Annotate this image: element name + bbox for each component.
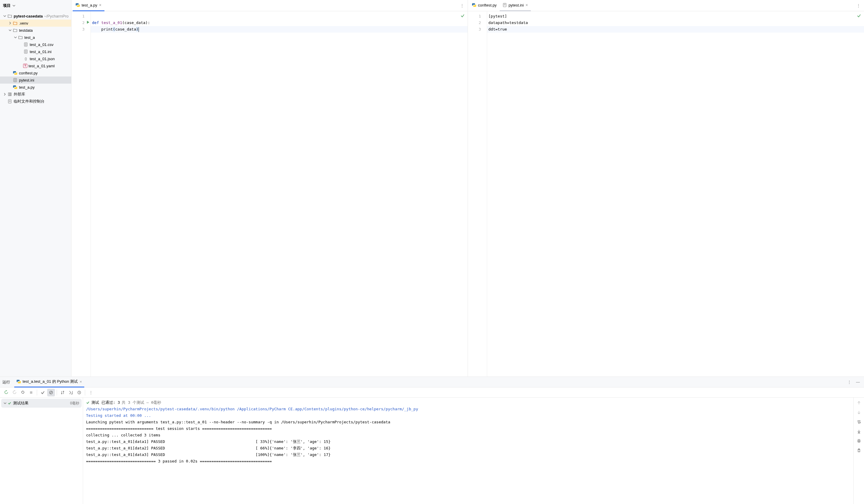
line-number: 2 bbox=[479, 21, 481, 25]
tree-item-json[interactable]: {} test_a_01.json bbox=[0, 55, 71, 62]
tab-pytest-ini[interactable]: pytest.ini × bbox=[500, 0, 531, 11]
builtin-print: print bbox=[101, 27, 113, 32]
tree-label: conftest.py bbox=[19, 71, 38, 75]
folder-icon bbox=[12, 28, 18, 32]
code-content[interactable]: def test_a_01(case_data): print(case_dat… bbox=[91, 11, 468, 377]
line-number: 1 bbox=[82, 14, 85, 19]
file-yaml-icon: Y bbox=[23, 64, 27, 68]
tree-label: .venv bbox=[19, 21, 28, 25]
rerun-icon[interactable] bbox=[2, 389, 10, 396]
tree-item-conftest[interactable]: conftest.py bbox=[0, 69, 71, 76]
python-file-icon bbox=[12, 85, 18, 89]
file-text-icon bbox=[503, 3, 507, 7]
python-file-icon bbox=[76, 3, 80, 7]
close-icon[interactable]: × bbox=[80, 380, 82, 384]
run-gutter-icon[interactable] bbox=[86, 21, 90, 24]
chevron-down-icon bbox=[2, 14, 7, 17]
arrow-up-icon[interactable] bbox=[855, 399, 863, 406]
svg-rect-13 bbox=[10, 93, 10, 96]
close-icon[interactable]: × bbox=[526, 3, 528, 8]
sidebar-header[interactable]: 项目 bbox=[0, 0, 71, 11]
project-tree[interactable]: pytest-casedata ~/PycharmPro .venv testd… bbox=[0, 11, 71, 377]
console-gutter bbox=[853, 397, 864, 504]
fn-name: test_a_01 bbox=[101, 21, 122, 25]
paren-close: ) bbox=[136, 27, 139, 32]
folder-excluded-icon bbox=[12, 21, 18, 25]
ini-line: [pytest] bbox=[488, 14, 507, 19]
svg-rect-12 bbox=[8, 93, 9, 96]
svg-rect-21 bbox=[30, 391, 32, 394]
expand-all-icon[interactable] bbox=[67, 389, 75, 396]
stop-icon[interactable] bbox=[27, 389, 35, 396]
soft-wrap-icon[interactable] bbox=[855, 418, 863, 426]
folder-icon bbox=[7, 14, 12, 18]
tree-item-test-a-folder[interactable]: test_a bbox=[0, 34, 71, 41]
tab-conftest-py[interactable]: conftest.py bbox=[469, 0, 500, 11]
run-tab[interactable]: test_a.test_a_01 的 Python 测试 × bbox=[14, 377, 84, 388]
tree-item-scratches[interactable]: 临时文件和控制台 bbox=[0, 98, 71, 105]
minimize-icon[interactable]: — bbox=[854, 380, 862, 384]
run-panel: 运行 test_a.test_a_01 的 Python 测试 × ⋮ — ⋮ bbox=[0, 377, 864, 504]
scratch-icon bbox=[7, 99, 12, 103]
editor-tabs-right: conftest.py pytest.ini × ⋮ bbox=[468, 0, 864, 11]
tree-label: pytest.ini bbox=[19, 78, 34, 83]
test-results-header[interactable]: 测试结果 0毫秒 bbox=[1, 399, 82, 408]
results-label: 测试结果 bbox=[13, 401, 28, 406]
close-icon[interactable]: × bbox=[99, 3, 101, 8]
python-test-icon bbox=[16, 380, 21, 384]
tree-item-pytest-ini[interactable]: pytest.ini bbox=[0, 76, 71, 84]
tree-item-yaml[interactable]: Y test_a_01.yaml bbox=[0, 62, 71, 69]
cursor bbox=[139, 27, 139, 32]
console-line: ============================= test sessi… bbox=[83, 426, 853, 432]
editor-pane-right: conftest.py pytest.ini × ⋮ 1 2 3 bbox=[468, 0, 864, 377]
sidebar-title: 项目 bbox=[3, 3, 11, 8]
test-results-panel[interactable]: 测试结果 0毫秒 bbox=[0, 397, 83, 504]
tabs-more-icon[interactable]: ⋮ bbox=[458, 3, 466, 8]
tree-item-test-a-py[interactable]: test_a.py bbox=[0, 84, 71, 91]
tabs-more-icon[interactable]: ⋮ bbox=[854, 3, 863, 8]
code-content[interactable]: [pytest] datapath=testdata ddt=true bbox=[487, 11, 864, 377]
args: (case_data): bbox=[122, 21, 150, 25]
tree-label: pytest-casedata bbox=[14, 14, 43, 19]
more-icon[interactable]: ⋮ bbox=[87, 389, 95, 396]
arrow-down-icon[interactable] bbox=[855, 409, 863, 416]
scroll-to-end-icon[interactable] bbox=[855, 428, 863, 435]
run-tab-label: test_a.test_a_01 的 Python 测试 bbox=[23, 379, 78, 384]
check-icon bbox=[8, 402, 11, 405]
more-icon[interactable]: ⋮ bbox=[845, 380, 853, 384]
tree-item-testdata[interactable]: testdata bbox=[0, 27, 71, 34]
check-icon bbox=[86, 401, 89, 404]
tree-item-external-libs[interactable]: 外部库 bbox=[0, 91, 71, 98]
rerun-failed-icon[interactable] bbox=[11, 389, 19, 396]
folder-icon bbox=[18, 35, 23, 39]
tree-item-venv[interactable]: .venv bbox=[0, 20, 71, 27]
tab-test-a-py[interactable]: test_a.py × bbox=[73, 0, 105, 11]
code-editor-left[interactable]: 1 2 3 def test_a_01(case_data): print(ca… bbox=[72, 11, 468, 377]
tree-root[interactable]: pytest-casedata ~/PycharmPro bbox=[0, 12, 71, 20]
history-icon[interactable] bbox=[75, 389, 83, 396]
tree-item-ini[interactable]: test_a_01.ini bbox=[0, 48, 71, 55]
check-icon bbox=[460, 14, 465, 18]
print-icon[interactable] bbox=[855, 437, 863, 444]
python-file-icon bbox=[472, 3, 476, 7]
console: 测试 已通过: 3共 3 个测试 – 0毫秒 /Users/superhin/P… bbox=[83, 397, 864, 504]
tree-item-csv[interactable]: test_a_01.csv bbox=[0, 41, 71, 48]
svg-line-23 bbox=[50, 391, 52, 394]
toggle-auto-test-icon[interactable] bbox=[19, 389, 27, 396]
status-suffix: 共 3 个测试 – 0毫秒 bbox=[122, 400, 161, 405]
chevron-down-icon bbox=[12, 3, 16, 8]
svg-rect-14 bbox=[11, 93, 11, 96]
sort-icon[interactable] bbox=[59, 389, 67, 396]
editor-pane-left: test_a.py × ⋮ 1 2 3 bbox=[72, 0, 468, 377]
show-ignored-icon[interactable] bbox=[47, 389, 55, 396]
svg-rect-15 bbox=[8, 100, 11, 103]
trash-icon[interactable] bbox=[855, 447, 863, 454]
code-editor-right[interactable]: 1 2 3 [pytest] datapath=testdata ddt=tru… bbox=[468, 11, 864, 377]
results-time: 0毫秒 bbox=[70, 401, 79, 406]
run-toolbar: ⋮ bbox=[0, 388, 864, 397]
chevron-down-icon bbox=[13, 36, 18, 39]
show-passed-icon[interactable] bbox=[39, 389, 47, 396]
line-number: 1 bbox=[479, 14, 481, 19]
console-line: test_a.py::test_a_01[data2] PASSED [ 66%… bbox=[83, 445, 853, 452]
console-output[interactable]: 测试 已通过: 3共 3 个测试 – 0毫秒 /Users/superhin/P… bbox=[83, 397, 853, 504]
